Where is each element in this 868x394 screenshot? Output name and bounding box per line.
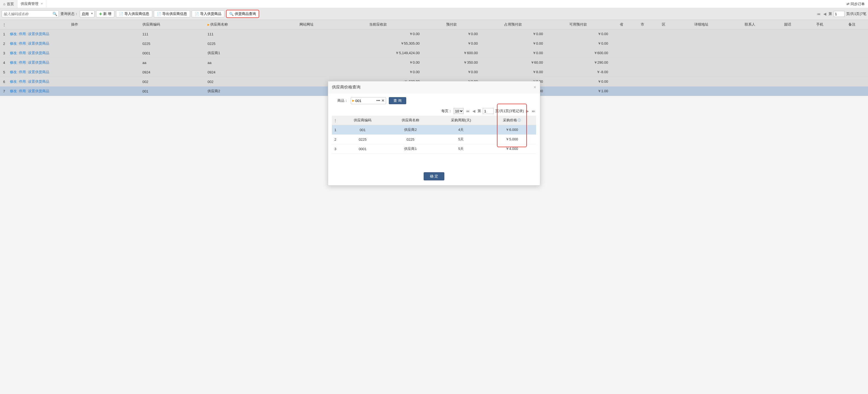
set-goods-link[interactable]: 设置供货商品 — [28, 70, 49, 74]
col-mobile[interactable]: 手机 — [804, 20, 836, 29]
cell-code: 002 — [141, 77, 206, 87]
cell-name: 002 — [206, 77, 279, 87]
edit-link[interactable]: 修改 — [10, 60, 17, 64]
disable-link[interactable]: 停用 — [19, 70, 26, 74]
disable-link[interactable]: 停用 — [19, 32, 26, 36]
cell-website — [280, 39, 334, 48]
cell-name: 供应商2 — [206, 87, 279, 96]
pager: ⏮ ◀ 第 页/共1页(7笔 — [816, 11, 866, 17]
cell-avail: ￥290.00 — [546, 58, 611, 67]
home-icon: ⌂ — [3, 2, 5, 6]
pager-summary: 页/共1页(7笔 — [846, 11, 866, 16]
set-goods-link[interactable]: 设置供货商品 — [28, 41, 49, 45]
col-code[interactable]: 供应商编码 — [141, 20, 206, 29]
col-pre[interactable]: 预付款 — [422, 20, 480, 29]
col-name[interactable]: ▶供应商名称 — [206, 20, 279, 29]
search-input[interactable] — [2, 10, 59, 18]
edit-link[interactable]: 修改 — [10, 89, 17, 93]
cell-name: 0225 — [206, 39, 279, 48]
cell-name: 111 — [206, 29, 279, 39]
disable-link[interactable]: 停用 — [19, 89, 26, 93]
tab-home[interactable]: ⌂ 首页 — [0, 0, 18, 8]
table-row[interactable]: 2修改|停用|设置供货商品02250225￥55,305.00￥0.00￥0.0… — [0, 39, 868, 48]
modal-close-icon[interactable]: × — [534, 85, 536, 90]
col-menu[interactable]: ⋮ — [0, 20, 8, 29]
set-goods-link[interactable]: 设置供货商品 — [28, 79, 49, 84]
disable-link[interactable]: 停用 — [19, 60, 26, 64]
set-goods-link[interactable]: 设置供货商品 — [28, 51, 49, 55]
disable-link[interactable]: 停用 — [19, 79, 26, 84]
cell-avail: ￥0.00 — [546, 29, 611, 39]
cell-code: 001 — [141, 87, 206, 96]
col-website[interactable]: 网站网址 — [280, 20, 334, 29]
status-select[interactable]: 启用 — [80, 10, 94, 18]
cell-avail: ￥1.00 — [546, 87, 611, 96]
col-remark[interactable]: 备注 — [836, 20, 868, 29]
col-used[interactable]: 占用预付款 — [480, 20, 546, 29]
pager-first-icon[interactable]: ⏮ — [816, 12, 821, 16]
edit-link[interactable]: 修改 — [10, 41, 17, 45]
cell-website — [280, 29, 334, 39]
cell-used: ￥60.00 — [480, 58, 546, 67]
cell-website — [280, 77, 334, 87]
cell-website — [280, 48, 334, 58]
cell-website — [280, 67, 334, 77]
close-icon[interactable]: × — [41, 2, 43, 6]
import-supplier-button[interactable]: 📄 导入供应商信息 — [116, 10, 152, 18]
cell-pre: ￥600.00 — [422, 48, 480, 58]
col-addr[interactable]: 详细地址 — [674, 20, 728, 29]
export-supplier-button[interactable]: 📄 导出供应商信息 — [154, 10, 190, 18]
import-goods-label: 导入供货商品 — [200, 11, 221, 16]
import-goods-button[interactable]: 📄 导入供货商品 — [192, 10, 224, 18]
edit-link[interactable]: 修改 — [10, 79, 17, 84]
disable-link[interactable]: 停用 — [19, 41, 26, 45]
table-row[interactable]: 3修改|停用|设置供货商品0001供应商1￥5,149,424.00￥600.0… — [0, 48, 868, 58]
cell-pre: ￥0.00 — [422, 39, 480, 48]
cell-website — [280, 58, 334, 67]
set-goods-link[interactable]: 设置供货商品 — [28, 32, 49, 36]
export-supplier-label: 导出供应商信息 — [162, 11, 187, 16]
table-row[interactable]: 1修改|停用|设置供货商品111111￥0.00￥0.00￥0.00￥0.00 — [0, 29, 868, 39]
cell-avail: ￥600.00 — [546, 48, 611, 58]
table-row[interactable]: 4修改|停用|设置供货商品aaaa￥0.00￥350.00￥60.00￥290.… — [0, 58, 868, 67]
pager-prev-icon[interactable]: ◀ — [823, 12, 827, 16]
col-phone[interactable]: 固话 — [772, 20, 804, 29]
sort-icon: ▶ — [208, 23, 210, 26]
sync-orders-link[interactable]: ⇄ 同步订单 — [843, 0, 868, 8]
col-avail[interactable]: 可用预付款 — [546, 20, 611, 29]
new-button[interactable]: ✚ 新 增 — [96, 10, 114, 18]
col-contact[interactable]: 联系人 — [728, 20, 771, 29]
cell-code: 0924 — [141, 67, 206, 77]
cell-recv: ￥0.00 — [334, 58, 422, 67]
query-goods-label: 供货商品查询 — [235, 11, 256, 16]
col-dist[interactable]: 区 — [653, 20, 674, 29]
col-city[interactable]: 市 — [632, 20, 653, 29]
row-actions: 修改|停用|设置供货商品 — [8, 77, 141, 87]
row-index: 5 — [0, 67, 8, 77]
set-goods-link[interactable]: 设置供货商品 — [28, 60, 49, 64]
row-index: 2 — [0, 39, 8, 48]
query-goods-button[interactable]: 🔍 供货商品查询 — [226, 10, 259, 18]
cell-recv: ￥55,305.00 — [334, 39, 422, 48]
table-row[interactable]: 5修改|停用|设置供货商品09240924￥0.00￥0.00￥8.00￥-8.… — [0, 67, 868, 77]
cell-recv: ￥0.00 — [334, 67, 422, 77]
row-index: 4 — [0, 58, 8, 67]
set-goods-link[interactable]: 设置供货商品 — [28, 89, 49, 93]
edit-link[interactable]: 修改 — [10, 70, 17, 74]
edit-link[interactable]: 修改 — [10, 32, 17, 36]
col-prov[interactable]: 省 — [611, 20, 632, 29]
tab-supplier-label: 供应商管理 — [21, 1, 38, 6]
new-button-label: 新 增 — [103, 11, 111, 16]
edit-link[interactable]: 修改 — [10, 51, 17, 55]
plus-icon: ✚ — [99, 12, 102, 16]
search-icon[interactable]: 🔍 — [53, 12, 57, 16]
cell-name: 0924 — [206, 67, 279, 77]
col-recv[interactable]: 当前应收款 — [334, 20, 422, 29]
pager-page-input[interactable] — [834, 11, 845, 17]
tab-supplier-mgmt[interactable]: 供应商管理 × — [18, 0, 46, 8]
disable-link[interactable]: 停用 — [19, 51, 26, 55]
sync-orders-label: 同步订单 — [850, 2, 865, 6]
row-actions: 修改|停用|设置供货商品 — [8, 39, 141, 48]
cell-used: ￥0.00 — [480, 39, 546, 48]
tab-home-label: 首页 — [7, 2, 14, 6]
